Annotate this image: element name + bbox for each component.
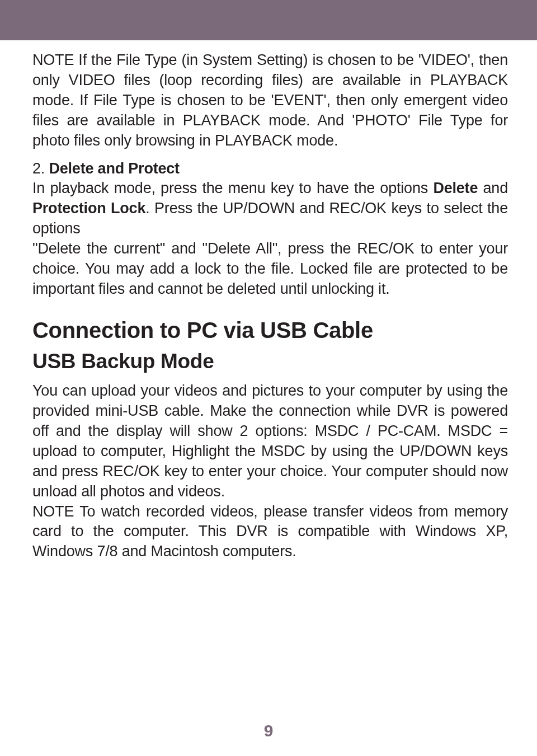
delete-protect-paragraph: 2. Delete and Protect In playback mode, … xyxy=(32,159,508,299)
usb-body-p2: NOTE To watch recorded videos, please tr… xyxy=(32,503,508,560)
dp-bold-protection-lock: Protection Lock xyxy=(32,200,145,217)
usb-body-paragraph: You can upload your videos and pictures … xyxy=(32,381,508,562)
page: NOTE If the File Type (in System Setting… xyxy=(0,0,537,756)
delete-protect-heading: Delete and Protect xyxy=(49,160,179,177)
dp-text-d: "Delete the current" and "Delete All", p… xyxy=(32,240,508,297)
heading-connection: Connection to PC via USB Cable xyxy=(32,316,508,344)
dp-bold-delete: Delete xyxy=(433,180,478,196)
content-area: NOTE If the File Type (in System Setting… xyxy=(32,50,508,562)
heading-usb-backup: USB Backup Mode xyxy=(32,349,508,374)
dp-text-b: and xyxy=(478,180,508,196)
note-paragraph: NOTE If the File Type (in System Setting… xyxy=(32,50,508,151)
header-bar xyxy=(0,0,537,40)
dp-text-a: In playback mode, press the menu key to … xyxy=(32,180,433,196)
usb-body-p1: You can upload your videos and pictures … xyxy=(32,382,508,500)
page-number: 9 xyxy=(0,721,537,740)
item-number: 2. xyxy=(32,160,49,177)
